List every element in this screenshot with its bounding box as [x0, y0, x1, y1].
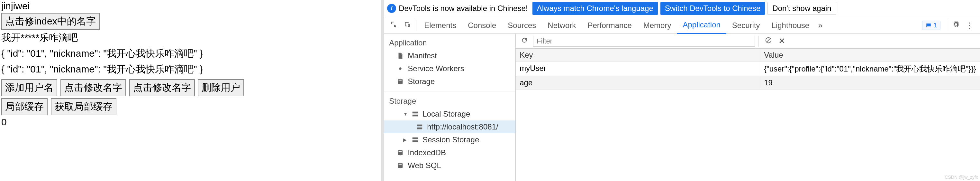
sidebar-item-storage-app[interactable]: Storage: [384, 75, 515, 88]
application-sidebar: Application Manifest Service Workers Sto…: [384, 34, 516, 181]
devtools-toolbar: Elements Console Sources Network Perform…: [384, 17, 980, 34]
counter-display: 0: [1, 117, 380, 128]
svg-rect-2: [417, 125, 423, 127]
modify-index-button[interactable]: 点击修index中的名字: [1, 13, 100, 30]
modify-name-button-2[interactable]: 点击修改名字: [129, 79, 195, 96]
expand-icon[interactable]: ▼: [403, 111, 408, 117]
sidebar-item-indexeddb[interactable]: IndexedDB: [384, 146, 515, 159]
sidebar-item-service-workers[interactable]: Service Workers: [384, 62, 515, 75]
svg-rect-3: [417, 128, 423, 130]
sidebar-label-session-storage: Session Storage: [423, 135, 479, 144]
more-options-icon[interactable]: ⋮: [963, 21, 977, 30]
svg-rect-1: [412, 115, 418, 117]
watermark: CSDN @jw_zyfx: [945, 175, 978, 180]
add-username-button[interactable]: 添加用户名: [1, 79, 57, 96]
sidebar-label-service-workers: Service Workers: [408, 64, 464, 73]
toolbar-divider-2: [947, 20, 947, 31]
messages-badge[interactable]: 1: [922, 21, 940, 30]
masked-text: 我开*****乐咋滴吧: [1, 31, 380, 45]
sidebar-item-manifest[interactable]: Manifest: [384, 49, 515, 62]
sidebar-label-local-storage: Local Storage: [423, 109, 470, 119]
filter-input[interactable]: [533, 36, 755, 47]
tab-memory[interactable]: Memory: [638, 17, 677, 34]
indexeddb-icon: [397, 149, 404, 156]
devtools-panel: i DevTools is now available in Chinese! …: [384, 0, 980, 181]
service-workers-icon: [397, 65, 404, 72]
filter-bar: ✕: [516, 34, 980, 49]
tab-network[interactable]: Network: [542, 17, 582, 34]
inspect-element-icon[interactable]: [387, 21, 401, 30]
device-toggle-icon[interactable]: [401, 21, 414, 30]
sidebar-item-local-storage[interactable]: ▼ Local Storage: [384, 107, 515, 120]
application-panes: Application Manifest Service Workers Sto…: [384, 34, 980, 181]
more-tabs-icon[interactable]: »: [815, 21, 826, 30]
app-page: jinjiwei 点击修index中的名字 我开*****乐咋滴吧 { "id"…: [0, 0, 384, 181]
sidebar-label-indexeddb: IndexedDB: [408, 148, 446, 157]
sidebar-item-localhost[interactable]: http://localhost:8081/: [384, 120, 515, 133]
sidebar-label-manifest: Manifest: [408, 51, 437, 60]
storage-icon: [397, 78, 404, 85]
svg-rect-4: [412, 138, 418, 139]
switch-chinese-button[interactable]: Switch DevTools to Chinese: [660, 2, 765, 15]
filter-divider: [758, 36, 759, 47]
table-row[interactable]: age 19: [516, 76, 980, 90]
tab-security[interactable]: Security: [726, 17, 766, 34]
sidebar-label-storage-app: Storage: [408, 77, 435, 86]
local-storage-icon: [412, 111, 418, 117]
collapse-icon[interactable]: ▶: [403, 137, 408, 143]
tab-application[interactable]: Application: [677, 17, 726, 34]
sidebar-label-websql: Web SQL: [408, 161, 441, 170]
tab-performance[interactable]: Performance: [582, 17, 637, 34]
clear-all-icon[interactable]: [762, 37, 775, 46]
table-row[interactable]: myUser {"user":{"profile":{"id":"01","ni…: [516, 62, 980, 76]
cell-value[interactable]: 19: [760, 76, 980, 89]
sidebar-item-websql[interactable]: Web SQL: [384, 159, 515, 172]
table-header-row: Key Value: [516, 49, 980, 62]
messages-count: 1: [933, 22, 937, 29]
modify-name-button-1[interactable]: 点击修改名字: [60, 79, 126, 96]
sidebar-item-session-storage[interactable]: ▶ Session Storage: [384, 133, 515, 146]
local-cache-button[interactable]: 局部缓存: [1, 98, 48, 115]
svg-rect-5: [412, 141, 418, 143]
delete-selected-icon[interactable]: ✕: [775, 36, 789, 46]
info-icon: i: [387, 4, 396, 13]
banner-message: DevTools is now available in Chinese!: [399, 4, 528, 13]
origin-icon: [416, 123, 423, 130]
svg-rect-0: [412, 112, 418, 114]
tab-sources[interactable]: Sources: [502, 17, 542, 34]
language-banner: i DevTools is now available in Chinese! …: [384, 0, 980, 17]
svg-line-7: [767, 38, 770, 42]
get-local-cache-button[interactable]: 获取局部缓存: [51, 98, 116, 115]
sidebar-label-localhost: http://localhost:8081/: [427, 122, 498, 131]
tab-console[interactable]: Console: [462, 17, 502, 34]
cell-value[interactable]: {"user":{"profile":{"id":"01","nickname"…: [760, 62, 980, 76]
storage-content: ✕ Key Value myUser {"user":{"profile":{"…: [516, 34, 980, 181]
tab-elements[interactable]: Elements: [418, 17, 462, 34]
header-value[interactable]: Value: [760, 49, 980, 61]
username-text: jinjiwei: [1, 1, 380, 11]
sidebar-separator: [384, 91, 515, 91]
tab-lighthouse[interactable]: Lighthouse: [766, 17, 815, 34]
dont-show-again-button[interactable]: Don't show again: [767, 2, 836, 15]
refresh-icon[interactable]: [516, 37, 533, 46]
object-display-1: { "id": "01", "nickname": "我开心我快乐咋滴吧" }: [1, 47, 380, 60]
delete-user-button[interactable]: 删除用户: [198, 79, 244, 96]
storage-table: Key Value myUser {"user":{"profile":{"id…: [516, 49, 980, 181]
sidebar-group-storage: Storage: [384, 95, 515, 107]
cell-key[interactable]: myUser: [516, 62, 760, 76]
header-key[interactable]: Key: [516, 49, 760, 61]
websql-icon: [397, 162, 404, 169]
manifest-icon: [397, 52, 404, 59]
object-display-2: { "id": "01", "nickname": "我开心我快乐咋滴吧" }: [1, 63, 380, 76]
settings-icon[interactable]: [949, 21, 963, 30]
cell-key[interactable]: age: [516, 76, 760, 89]
sidebar-group-application: Application: [384, 37, 515, 49]
session-storage-icon: [412, 136, 418, 143]
match-language-button[interactable]: Always match Chrome's language: [533, 2, 658, 15]
